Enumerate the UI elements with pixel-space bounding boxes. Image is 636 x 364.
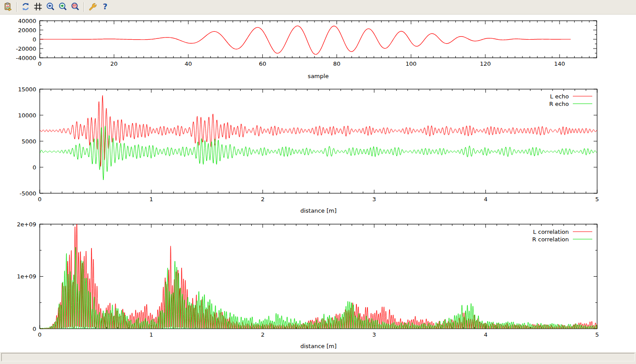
svg-text:60: 60 — [259, 60, 266, 67]
svg-text:2e+09: 2e+09 — [17, 221, 36, 228]
wrench-icon — [88, 2, 97, 12]
svg-text:3: 3 — [372, 331, 376, 338]
zoom-reset-icon — [71, 2, 80, 12]
next-zoom-button[interactable] — [57, 1, 69, 13]
clipboard-chart-icon — [4, 2, 12, 12]
help-button[interactable]: ? — [99, 1, 111, 13]
svg-text:0: 0 — [38, 331, 42, 338]
svg-text:1e+09: 1e+09 — [17, 273, 36, 280]
svg-text:distance [m]: distance [m] — [300, 343, 337, 349]
svg-text:20000: 20000 — [18, 27, 36, 34]
echo-chart-canvas[interactable]: 012345-5000050001000015000distance [m]L … — [0, 82, 636, 218]
svg-text:-20000: -20000 — [16, 45, 36, 52]
svg-text:R correlation: R correlation — [532, 236, 569, 243]
svg-text:0: 0 — [33, 36, 36, 43]
svg-text:sample: sample — [308, 73, 329, 79]
svg-text:0: 0 — [33, 164, 36, 171]
svg-text:L echo: L echo — [550, 93, 569, 100]
svg-text:40: 40 — [185, 60, 192, 67]
svg-text:80: 80 — [333, 60, 341, 67]
correlation-chart-canvas[interactable]: 01234501e+092e+09distance [m]L correlati… — [0, 218, 636, 352]
configure-button[interactable] — [87, 1, 99, 13]
svg-text:15000: 15000 — [18, 86, 36, 93]
svg-text:1: 1 — [149, 331, 153, 338]
svg-text:10000: 10000 — [18, 112, 36, 119]
zoom-next-icon — [58, 2, 67, 12]
svg-text:0: 0 — [38, 196, 42, 203]
svg-text:5000: 5000 — [22, 138, 36, 145]
status-text — [1, 353, 635, 361]
svg-text:L correlation: L correlation — [533, 229, 569, 235]
previous-zoom-button[interactable] — [44, 1, 57, 13]
grid-icon — [34, 2, 42, 12]
svg-text:5: 5 — [595, 196, 599, 203]
svg-text:distance [m]: distance [m] — [300, 207, 337, 214]
help-icon: ? — [101, 2, 110, 12]
svg-text:40000: 40000 — [18, 18, 36, 24]
toolbar-separator — [83, 2, 84, 12]
autoscale-button[interactable] — [69, 1, 81, 13]
svg-text:100: 100 — [405, 60, 416, 67]
svg-text:3: 3 — [372, 196, 376, 203]
svg-text:0: 0 — [33, 326, 36, 332]
svg-text:2: 2 — [261, 196, 265, 203]
svg-text:20: 20 — [110, 60, 118, 67]
svg-text:140: 140 — [554, 60, 565, 67]
pulse-chart-canvas[interactable]: 020406080100120140-40000-200000200004000… — [0, 15, 636, 82]
plot-area: 020406080100120140-40000-200000200004000… — [0, 15, 636, 352]
svg-text:?: ? — [103, 2, 107, 11]
svg-text:R echo: R echo — [549, 101, 569, 107]
svg-text:-5000: -5000 — [19, 190, 36, 197]
svg-text:-40000: -40000 — [16, 55, 36, 61]
svg-text:2: 2 — [261, 331, 265, 338]
copy-to-clipboard-button[interactable] — [2, 1, 14, 13]
replot-button[interactable] — [19, 1, 32, 13]
refresh-icon — [21, 2, 30, 12]
svg-text:4: 4 — [484, 196, 487, 203]
status-bar — [0, 352, 636, 364]
toolbar-separator — [16, 2, 17, 12]
svg-text:120: 120 — [480, 60, 491, 67]
toolbar: ? — [0, 0, 636, 15]
svg-text:4: 4 — [484, 331, 487, 338]
svg-text:5: 5 — [595, 331, 599, 338]
svg-text:1: 1 — [149, 196, 153, 203]
zoom-previous-icon — [46, 2, 55, 12]
toggle-grid-button[interactable] — [32, 1, 44, 13]
svg-text:0: 0 — [38, 60, 42, 67]
